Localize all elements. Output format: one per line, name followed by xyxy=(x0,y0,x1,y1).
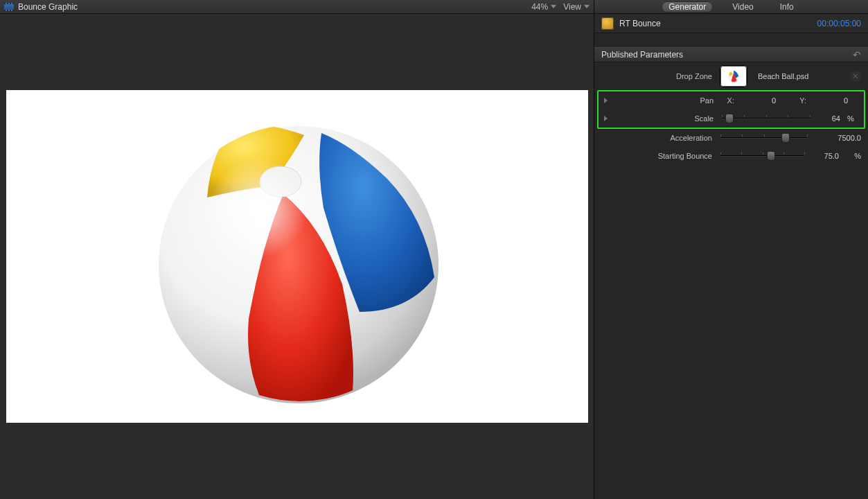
drop-zone-filename: Beach Ball.psd xyxy=(758,72,808,80)
highlight-annotation: Pan X: 0 Y: 0 Scale 64 % xyxy=(597,90,865,129)
svg-point-3 xyxy=(159,125,436,402)
viewer-pane: Bounce Graphic 44% View xyxy=(0,0,594,499)
scale-value[interactable]: 64 xyxy=(814,114,843,123)
drop-zone-well[interactable] xyxy=(720,66,747,87)
section-title: Published Parameters xyxy=(601,50,683,60)
param-row-scale: Scale 64 % xyxy=(599,110,864,128)
pan-label: Pan xyxy=(611,96,722,105)
view-dropdown[interactable]: View xyxy=(563,2,590,12)
inspector-empty-area xyxy=(594,165,868,499)
acceleration-controls: 7500.0 xyxy=(720,133,861,143)
zoom-dropdown[interactable]: 44% xyxy=(531,2,556,12)
drop-zone-controls: Beach Ball.psd ✕ xyxy=(720,66,861,87)
section-published-parameters: Published Parameters ↶ xyxy=(594,47,868,62)
acceleration-label: Acceleration xyxy=(610,134,720,142)
pan-y-value[interactable]: 0 xyxy=(811,96,851,105)
clip-icon xyxy=(4,3,14,11)
starting-bounce-slider[interactable] xyxy=(720,151,804,161)
viewer-title: Bounce Graphic xyxy=(18,2,78,12)
pan-x-value[interactable]: 0 xyxy=(738,96,779,105)
disclosure-pan[interactable] xyxy=(600,98,611,103)
beach-ball-image xyxy=(145,104,450,409)
scale-slider[interactable] xyxy=(722,114,810,123)
inspector-clip-row: RT Bounce 00:00:05:00 xyxy=(594,14,868,33)
viewer-header: Bounce Graphic 44% View xyxy=(0,0,594,14)
scale-suffix: % xyxy=(847,114,860,123)
pan-x-label: X: xyxy=(722,96,734,105)
reset-section-icon[interactable]: ↶ xyxy=(853,49,861,60)
chevron-right-icon xyxy=(604,116,608,121)
chevron-right-icon xyxy=(604,98,608,103)
param-row-acceleration: Acceleration 7500.0 xyxy=(594,129,868,147)
inspector-timecode: 00:00:05:00 xyxy=(817,19,861,28)
starting-bounce-value[interactable]: 75.0 xyxy=(808,152,842,160)
viewer-canvas[interactable] xyxy=(6,90,588,423)
inspector-tabs: Generator Video Info xyxy=(594,0,868,14)
inspector-pane: Generator Video Info RT Bounce 00:00:05:… xyxy=(594,0,868,499)
scale-label: Scale xyxy=(611,114,722,123)
pan-controls: X: 0 Y: 0 xyxy=(722,96,860,105)
acceleration-slider[interactable] xyxy=(720,133,807,143)
starting-bounce-suffix: % xyxy=(846,152,861,160)
acceleration-value[interactable]: 7500.0 xyxy=(811,134,861,142)
starting-bounce-controls: 75.0 % xyxy=(720,151,861,161)
pan-y-label: Y: xyxy=(783,96,806,105)
viewer-body xyxy=(0,14,594,499)
generator-icon xyxy=(601,17,614,30)
tab-generator[interactable]: Generator xyxy=(662,1,713,12)
tab-info[interactable]: Info xyxy=(773,1,801,12)
clear-drop-zone-button[interactable]: ✕ xyxy=(850,71,861,82)
view-menu-label: View xyxy=(563,2,581,12)
disclosure-scale[interactable] xyxy=(600,116,611,121)
starting-bounce-label: Starting Bounce xyxy=(610,152,720,160)
param-row-starting-bounce: Starting Bounce 75.0 % xyxy=(594,147,868,165)
param-row-pan: Pan X: 0 Y: 0 xyxy=(599,91,864,110)
viewer-header-right: 44% View xyxy=(531,2,590,12)
tab-video[interactable]: Video xyxy=(725,1,760,12)
viewer-title-group: Bounce Graphic xyxy=(4,2,531,12)
spacer xyxy=(594,33,868,47)
chevron-down-icon xyxy=(584,5,590,8)
drop-zone-label: Drop Zone xyxy=(610,72,720,80)
param-row-drop-zone: Drop Zone Beach Ball.psd ✕ xyxy=(594,62,868,90)
scale-controls: 64 % xyxy=(722,114,860,123)
chevron-down-icon xyxy=(551,5,556,8)
inspector-clip-name: RT Bounce xyxy=(619,19,817,28)
zoom-value: 44% xyxy=(531,2,548,12)
